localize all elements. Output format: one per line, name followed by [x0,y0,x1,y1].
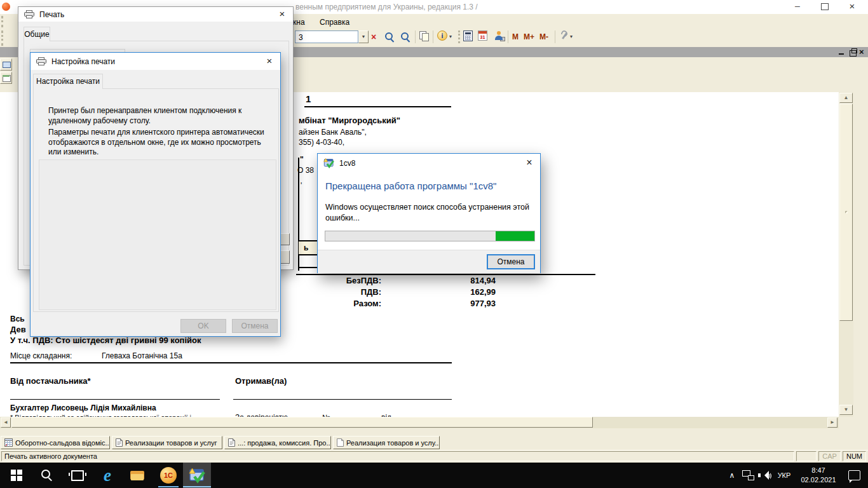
error-dialog-close-icon[interactable]: × [519,154,540,172]
memory-m-minus-button[interactable]: M- [539,32,548,41]
window-tab-prodazha[interactable]: ...: продажа, комиссия. Про... [224,436,331,449]
print-dialog-title: Печать [39,10,64,19]
vertical-scrollbar[interactable]: ▲ ▼ [839,92,853,417]
document-icon [228,438,235,447]
child-close-icon[interactable]: × [859,47,864,57]
file-explorer-button[interactable] [124,463,152,488]
doc-signature-line [10,399,220,400]
horizontal-scrollbar[interactable]: ◄ ► [0,417,839,428]
close-icon[interactable]: × [843,1,862,12]
start-button[interactable] [3,463,31,488]
settings-wrench-icon[interactable] [559,30,569,41]
total-value: 977,93 [407,299,496,309]
running-indicator [158,486,179,487]
calendar-icon[interactable]: 31 [478,30,487,41]
print-dialog-close-icon[interactable]: × [271,7,293,22]
tray-volume[interactable] [756,463,774,488]
minimize-icon[interactable]: – [788,1,807,11]
doc-phone: 355) 4-03-40, [299,138,344,147]
toolbar-handle[interactable] [1,16,3,27]
doc-fragment-devyatsot: Дев [10,325,26,335]
print-dialog-titlebar[interactable]: Печать [18,7,293,22]
memory-m-button[interactable]: M [512,32,519,41]
onec-app-button[interactable]: 1С [154,463,182,488]
combobox-value: 3 [299,33,303,42]
client-printer-message: Параметры печати для клиентского принтер… [48,128,272,158]
print-setup-close-icon[interactable]: × [259,53,280,70]
search-button[interactable] [33,463,61,488]
toolbar-handle-3[interactable] [458,30,460,43]
tray-clock[interactable]: 8:47 02.02.2021 [796,463,841,488]
clear-icon[interactable]: × [371,32,376,42]
print-setup-tab[interactable]: Настройка печати [33,74,103,89]
document-icon [116,438,123,447]
window-tab-oborotka[interactable]: Оборотно-сальдова відоміс... [1,436,110,449]
scroll-left-icon[interactable]: ◄ [1,417,11,428]
find-next-icon[interactable] [400,31,411,43]
doc-fragment-code: О 38 [297,166,314,175]
doc-supplier-header: Від постачальника* [10,376,91,386]
scroll-right-icon[interactable]: ► [827,417,837,428]
doc-accountant: Бухгалтер Лисовець Лідія Михайлівна [10,403,156,412]
cancel-button[interactable]: Отмена [487,254,535,269]
menu-item-help[interactable]: Справка [320,18,349,27]
internet-explorer-button[interactable]: e [93,463,121,488]
task-view-button[interactable] [64,463,92,488]
child-restore-icon[interactable] [850,50,857,57]
blank-document-icon [337,438,344,447]
print-dialog-tab-general[interactable]: Общие [24,27,50,41]
window-tab-realization-2[interactable]: Реализация товаров и услу... [333,436,440,449]
scroll-up-icon[interactable]: ▲ [839,93,853,103]
task-view-icon [71,470,84,481]
info-dropdown-icon[interactable]: ▾ [449,34,452,40]
chevron-up-icon: ∧ [729,471,735,480]
error-heading: Прекращена работа программы "1cv8" [325,180,496,191]
printer-icon [24,10,34,18]
horizontal-scrollbar-thumb[interactable] [11,417,593,428]
error-report-taskbar-button[interactable] [183,463,211,488]
scroll-down-icon[interactable]: ▼ [839,405,853,415]
error-report-icon [323,158,334,168]
printer-icon [36,57,46,65]
find-icon[interactable] [384,31,395,43]
combobox-dropdown-icon[interactable]: ▼ [358,30,369,43]
tray-language[interactable]: УКР [773,463,796,488]
tray-chevron[interactable]: ∧ [723,463,741,488]
speaker-icon [758,470,772,480]
action-center-button[interactable] [843,463,865,488]
onec-icon: 1С [160,467,177,484]
action-center-icon [848,470,860,480]
cancel-button[interactable]: Отмена [232,319,278,333]
left-toolbar-icon-fragment[interactable] [0,58,12,71]
search-combobox[interactable]: 3 [295,30,358,43]
total-label: Разом: [280,299,381,309]
info-icon[interactable]: i [437,30,447,41]
child-minimize-icon[interactable] [839,53,844,55]
user-lock-icon[interactable] [494,31,504,41]
error-dialog-title: 1cv8 [339,159,355,168]
left-toolbar-icon-fragment-2[interactable] [0,72,12,84]
memory-m-plus-button[interactable]: M+ [524,32,534,41]
doc-receiver-header: Отримав(ла) [235,376,287,386]
window-tab-realization-1[interactable]: Реализации товаров и услуг [112,436,222,449]
copy-icon[interactable] [419,30,430,42]
toolbar-handle-2[interactable] [1,30,3,46]
total-label: ПДВ: [280,287,381,297]
maximize-icon[interactable] [821,3,829,10]
error-dialog-titlebar[interactable]: 1cv8 [318,154,540,172]
redirect-message: Принтер был перенаправлен клиентом подкл… [48,106,253,126]
print-setup-titlebar[interactable]: Настройка печати [31,53,280,70]
window-tab-label: Реализации товаров и услуг [125,439,217,447]
folder-icon [130,470,146,482]
ok-button[interactable]: OK [180,319,226,333]
vertical-scrollbar-thumb[interactable] [839,104,853,321]
network-icon [742,470,755,480]
wrench-dropdown-icon[interactable]: ▾ [570,34,573,40]
doc-rule [304,106,451,107]
print-setup-panel [39,159,276,310]
menu-item-windows[interactable]: кна [293,18,305,27]
tray-network[interactable] [740,463,757,488]
calculator-icon[interactable] [463,30,473,41]
window-tab-label: Оборотно-сальдова відоміс... [15,439,110,447]
total-value: 162,99 [407,287,496,297]
